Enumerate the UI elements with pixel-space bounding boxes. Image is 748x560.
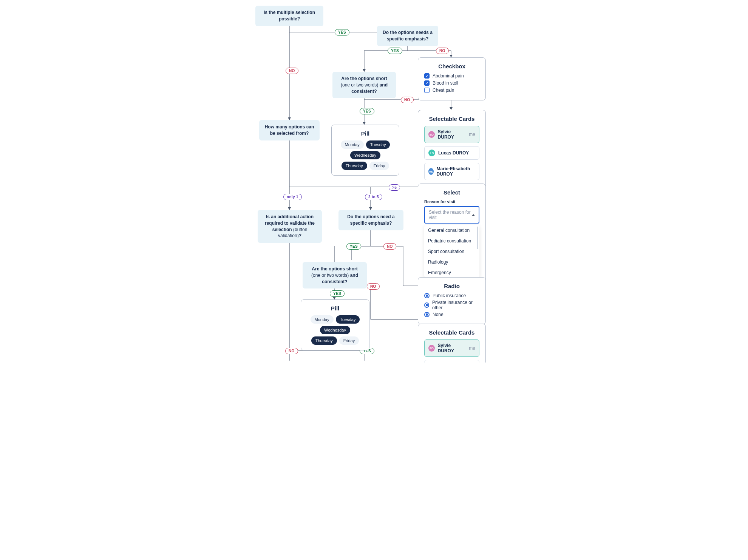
checkbox-row[interactable]: ✓ Blood in stoll [424,80,479,86]
question-additional-action: Is an additional action required to vali… [258,210,322,243]
panel-title: Radio [424,283,479,289]
badge-no: NO [286,68,298,74]
panel-checkbox: Checkbox ✓ Abdominal pain ✓ Blood in sto… [418,57,486,100]
badge-yes: YES [346,243,361,250]
selectable-card[interactable]: LD Lucas DUROY [424,146,479,160]
question-how-many-options: How many options can be selected from? [259,120,320,140]
avatar-icon: SD [428,131,435,138]
badge-yes: YES [388,48,402,54]
chevron-up-icon [472,214,475,216]
panel-selectable-cards-2: Selectable Cards SD Sylvie DUROY me LD L… [418,324,486,363]
badge-yes: YES [335,29,349,35]
pill[interactable]: Friday [369,162,389,170]
badge-no: NO [383,243,396,250]
pill[interactable]: Tuesday [366,140,390,149]
badge-no: NO [436,48,449,54]
badge-yes: YES [330,290,345,297]
svg-marker-13 [450,107,453,110]
badge-2to5: 2 to 5 [365,194,382,200]
question-short-options-multi: Are the options short (one or two words)… [332,72,396,98]
pill[interactable]: Tuesday [336,315,360,324]
select-placeholder: Select the reason for visit [429,210,472,220]
question-emphasis-single: Do the options need a specific emphasis? [338,210,403,230]
pill[interactable]: Friday [339,336,359,345]
checkbox-icon [424,88,430,93]
select-option[interactable]: General consultation [424,225,479,236]
pill[interactable]: Thursday [311,336,337,345]
flowchart-edges [132,0,616,363]
svg-marker-11 [450,55,453,57]
pill[interactable]: Wednesday [350,151,380,159]
select-option[interactable]: Sport consultation [424,246,479,257]
badge-no: NO [401,97,414,103]
checkbox-row[interactable]: ✓ Abdominal pain [424,73,479,79]
pill[interactable]: Thursday [342,162,367,170]
question-multiple-selection: Is the multiple selection possible? [255,6,323,26]
badge-no: NO [367,283,380,290]
avatar-icon: MD [428,168,434,175]
question-emphasis-multi: Do the options needs a specific emphasis… [377,26,438,46]
panel-title: Select [424,189,479,196]
radio-icon [424,312,430,317]
panel-title: Pill [307,305,363,312]
panel-radio: Radio Public insurance Private insurance… [418,277,486,324]
badge-only1: only 1 [283,194,302,200]
panel-title: Selectable Cards [424,329,479,336]
pill[interactable]: Wednesday [320,326,350,334]
select-input[interactable]: Select the reason for visit [424,206,479,224]
radio-option[interactable]: Public insurance [424,293,479,298]
badge-yes: YES [360,108,374,114]
badge-no: NO [285,348,298,354]
checkbox-row[interactable]: Chest pain [424,88,479,93]
checkbox-icon: ✓ [424,80,430,86]
select-option[interactable]: Pediatric consultation [424,236,479,246]
select-option[interactable]: Emergency [424,267,479,278]
radio-option[interactable]: Private insurance or other [424,300,479,310]
question-short-options-single: Are the options short (one or two words)… [303,262,367,288]
panel-title: Selectable Cards [424,116,479,122]
panel-title: Pill [338,130,393,137]
radio-option[interactable]: None [424,312,479,317]
panel-selectable-cards: Selectable Cards SD Sylvie DUROY me LD L… [418,110,486,189]
badge-gt5: >5 [389,184,400,191]
avatar-icon: SD [428,345,435,352]
panel-pill-multi: Pill Monday Tuesday Wednesday Thursday F… [331,125,399,176]
svg-marker-10 [363,69,366,72]
svg-marker-14 [288,117,291,120]
svg-marker-17 [369,207,372,210]
select-field-label: Reason for visit [424,199,479,204]
selectable-card[interactable]: SD Sylvie DUROY me [424,126,479,143]
checkbox-icon: ✓ [424,73,430,79]
svg-marker-16 [288,207,291,210]
select-dropdown: General consultation Pediatric consultat… [424,225,479,278]
selectable-card[interactable]: SD Sylvie DUROY me [424,339,479,357]
avatar-icon: LD [428,150,435,156]
radio-icon [424,302,429,308]
selectable-card[interactable]: LD Lucas DUROY [424,360,479,363]
panel-pill-single: Pill Monday Tuesday Wednesday Thursday F… [301,299,369,350]
svg-marker-12 [363,122,366,125]
select-option[interactable]: Radiology [424,257,479,267]
scrollbar[interactable] [477,227,478,249]
svg-marker-19 [333,297,336,299]
pill[interactable]: Monday [311,315,334,324]
radio-icon [424,293,430,298]
panel-select: Select Reason for visit Select the reaso… [418,184,486,284]
pill[interactable]: Monday [341,140,364,149]
panel-title: Checkbox [424,63,479,69]
selectable-card[interactable]: MD Marie-Elisabeth DUROY [424,163,479,180]
